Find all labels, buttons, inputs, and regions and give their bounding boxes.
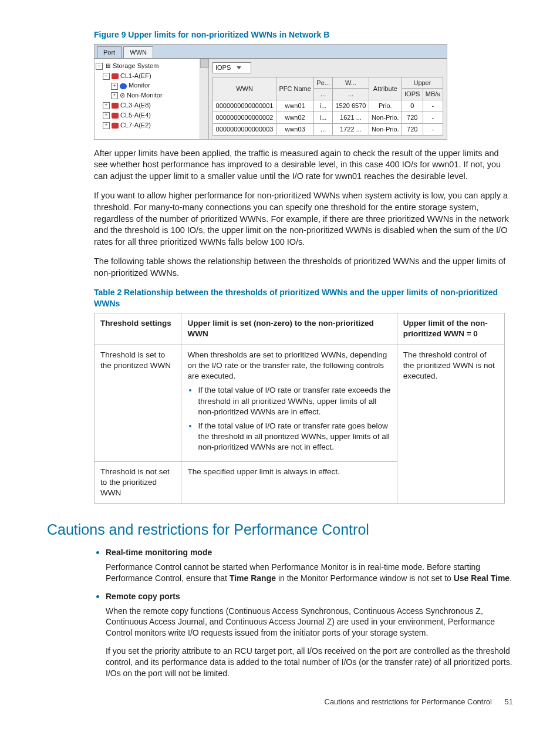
scroll-thumb[interactable] — [200, 59, 208, 68]
tree-child[interactable]: +⊘ Non-Monitor — [96, 90, 207, 100]
rel-cell: Threshold is not set to the prioritized … — [95, 461, 181, 504]
rel-cell: Threshold is set to the prioritized WWN — [95, 345, 181, 461]
section-heading: Cautions and restrictions for Performanc… — [47, 520, 513, 540]
tree-sibling[interactable]: +CL3-A(E8) — [96, 100, 207, 110]
wwn-grid: WWN PFC Name Pe... W... Attribute Upper … — [212, 77, 443, 136]
tree-scrollbar[interactable] — [200, 59, 208, 139]
col-pe[interactable]: Pe... — [314, 77, 333, 89]
relationship-table: Threshold settings Upper limit is set (n… — [94, 313, 505, 504]
tree-panel: −🖥 Storage System −CL1-A(EF) +Monitor +⊘… — [95, 59, 209, 139]
rel-cell: The threshold control of the prioritized… — [397, 345, 504, 504]
item-title: Remote copy ports — [106, 592, 180, 601]
list-item: Real-time monitoring mode Performance Co… — [106, 546, 513, 584]
iops-dropdown[interactable]: IOPS — [212, 62, 251, 73]
tree-sibling[interactable]: +CL7-A(E2) — [96, 120, 207, 130]
tree-selected[interactable]: −CL1-A(EF) — [96, 71, 207, 81]
col-mbs[interactable]: MB/s — [423, 89, 443, 100]
list-item: Remote copy ports When the remote copy f… — [106, 590, 513, 679]
footer-text: Cautions and restrictions for Performanc… — [325, 697, 492, 706]
page-number: 51 — [505, 697, 513, 706]
table-caption: Table 2 Relationship between the thresho… — [94, 287, 513, 309]
rel-h1: Threshold settings — [95, 313, 181, 345]
tab-wwn[interactable]: WWN — [123, 46, 153, 58]
col-upper[interactable]: Upper — [402, 77, 443, 89]
col-w[interactable]: W... — [333, 77, 369, 89]
item-body: If you set the priority attribute to an … — [106, 646, 513, 679]
rel-h3: Upper limit of the non-prioritized WWN =… — [397, 313, 504, 345]
item-title: Real-time monitoring mode — [106, 548, 212, 557]
grid-row[interactable]: 0000000000000002 wwn02 i... 1621 ... Non… — [213, 112, 443, 124]
paragraph: The following table shows the relationsh… — [94, 256, 513, 279]
grid-row[interactable]: 0000000000000001 wwn01 i... 1520 6570 Pr… — [213, 100, 443, 112]
rel-cell: The specified upper limit is always in e… — [181, 461, 397, 504]
paragraph: After upper limits have been applied, th… — [94, 148, 513, 183]
tab-bar: Port WWN — [95, 45, 447, 59]
tree-child[interactable]: +Monitor — [96, 80, 207, 90]
col-iops[interactable]: IOPS — [402, 89, 423, 100]
col-wwn[interactable]: WWN — [213, 77, 276, 100]
rel-h2: Upper limit is set (non-zero) to the non… — [181, 313, 397, 345]
figure-screenshot: Port WWN −🖥 Storage System −CL1-A(EF) +M… — [94, 44, 447, 140]
tree-sibling[interactable]: +CL5-A(E4) — [96, 110, 207, 120]
page-footer: Cautions and restrictions for Performanc… — [47, 697, 513, 707]
col-attr[interactable]: Attribute — [369, 77, 402, 100]
col-pfc[interactable]: PFC Name — [276, 77, 314, 100]
item-body: Performance Control cannot be started wh… — [106, 562, 513, 584]
paragraph: If you want to allow higher performance … — [94, 190, 513, 248]
item-body: When the remote copy functions (Continuo… — [106, 606, 513, 639]
tab-port[interactable]: Port — [97, 46, 122, 58]
figure-caption: Figure 9 Upper limits for non-prioritize… — [94, 29, 513, 40]
tree-root[interactable]: −🖥 Storage System — [96, 61, 207, 71]
rel-cell: When thresholds are set to prioritized W… — [181, 345, 397, 461]
grid-row[interactable]: 0000000000000003 wwn03 ... 1722 ... Non-… — [213, 123, 443, 135]
caution-list: Real-time monitoring mode Performance Co… — [94, 546, 513, 679]
grid-panel: IOPS WWN PFC Name Pe... W... Attribute U… — [209, 59, 447, 139]
chevron-down-icon — [237, 66, 241, 69]
